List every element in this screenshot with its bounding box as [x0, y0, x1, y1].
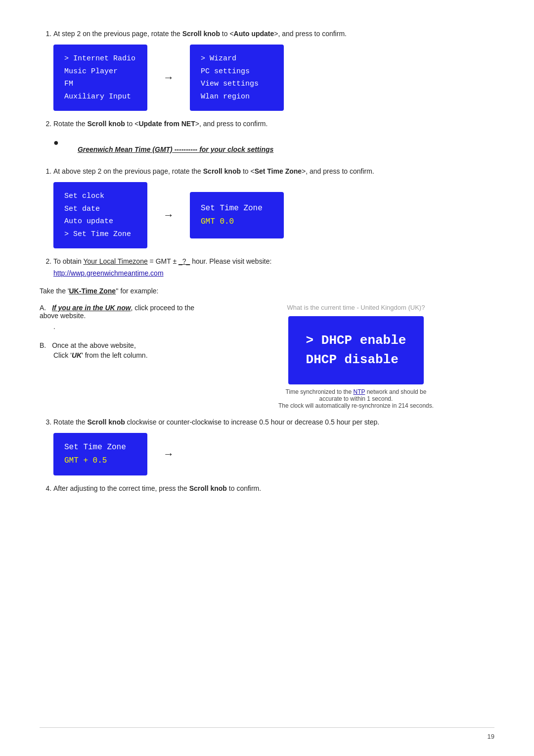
step1b-bold2: Set Time Zone	[255, 167, 302, 175]
step2b-underline1: Your Local Timezone	[83, 257, 147, 265]
step4-text: After adjusting to the correct time, pre…	[53, 484, 261, 492]
step1b-text: At above step 2 on the previous page, ro…	[53, 167, 374, 175]
take-example-text2: ' for example:	[117, 287, 159, 295]
step2-text3: >, and press to confirm.	[195, 120, 268, 128]
caption-part1: Time synchronized to the	[286, 388, 354, 395]
lcd-big-line1: > DHCP enable	[306, 331, 406, 350]
sub-a-label: A.	[40, 304, 46, 312]
lcd-left-line3: Auto update	[64, 215, 136, 228]
ntp-link: NTP	[354, 388, 365, 395]
lcd-left-line1: Set clock	[64, 190, 136, 203]
step2b-underline2: _?_	[178, 257, 190, 265]
step1b-bold1: Scroll knob	[203, 167, 241, 175]
step3-text2: clockwise or counter-clockwise to increa…	[125, 418, 379, 426]
step3-lcd: Set Time Zone GMT + 0.5	[53, 433, 147, 475]
step2-bold1: Scroll knob	[88, 120, 125, 128]
lcd-right-line1: > Wizard	[201, 52, 273, 65]
lcd-left-line1: > Internet Radio	[64, 52, 136, 65]
sub-b-text3: ' from the left column.	[82, 351, 147, 359]
right-caption: Time synchronized to the NTP network and…	[277, 388, 435, 409]
sub-b-bold: UK	[72, 351, 82, 359]
caption-part3: The clock will automatically re-synchron…	[278, 402, 434, 409]
page-content: At step 2 on the previous page, rotate t…	[40, 30, 494, 492]
gmt-section-title: Greenwich Mean Time (GMT) ---------- for…	[78, 145, 273, 153]
right-col-title: What is the current time - United Kingdo…	[287, 304, 425, 311]
step1-lcd-left: > Internet Radio Music Player FM Auxilia…	[53, 45, 147, 111]
sub-b-label: B.	[40, 341, 46, 349]
step3-lcd-row: Set Time Zone GMT + 0.5 →	[53, 433, 494, 475]
step1b-text3: >, and press to confirm.	[302, 167, 374, 175]
sub-a-bold: If you are in the UK now	[52, 304, 131, 312]
left-col: A. If you are in the UK now, click proce…	[40, 304, 198, 366]
step-3: Rotate the Scroll knob clockwise or coun…	[53, 418, 494, 475]
step3-lcd-line1: Set Time Zone	[64, 441, 136, 454]
lcd-left-line3: FM	[64, 78, 136, 91]
sub-item-a: A. If you are in the UK now, click proce…	[40, 304, 198, 331]
step2b-link-row: http://wwp.greenwichmeantime.com	[53, 269, 494, 277]
arrow3-icon: →	[163, 448, 174, 461]
right-lcd: > DHCP enable DHCP disable	[288, 316, 424, 384]
sub-b-text2: Click '	[53, 351, 72, 359]
step1b-text2: to <	[241, 167, 255, 175]
arrow-icon: →	[163, 71, 174, 84]
step1b-lcd-right: Set Time Zone GMT 0.0	[190, 192, 284, 238]
lcd-right-line4: Wlan region	[201, 91, 273, 103]
lcd-left-line2: Set date	[64, 203, 136, 216]
lcd-right-line3: View settings	[201, 78, 273, 91]
step1b-lcd-row: Set clock Set date Auto update > Set Tim…	[53, 182, 494, 248]
page-number: 19	[488, 733, 494, 740]
lcd-right-line2: GMT 0.0	[201, 215, 273, 229]
right-col: What is the current time - United Kingdo…	[218, 304, 494, 409]
step-1b: At above step 2 on the previous page, ro…	[53, 167, 494, 248]
step4-bold1: Scroll knob	[189, 484, 227, 492]
step1-text2: to <	[220, 30, 234, 38]
step2b-text2: = GMT ±	[148, 257, 178, 265]
step1-lcd-row: > Internet Radio Music Player FM Auxilia…	[53, 45, 494, 111]
step3-bold1: Scroll knob	[88, 418, 125, 426]
lcd-right-line2: PC settings	[201, 65, 273, 78]
sub-b-text1: Once at the above website,	[52, 341, 136, 349]
lcd-left-line2: Music Player	[64, 65, 136, 78]
sub-b-text2-row: Click 'UK' from the left column.	[53, 351, 198, 359]
gmt-link[interactable]: http://wwp.greenwichmeantime.com	[53, 269, 164, 277]
step1-text3: >, and press to confirm.	[274, 30, 347, 38]
step1b-lcd-left: Set clock Set date Auto update > Set Tim…	[53, 182, 147, 248]
two-col-section: A. If you are in the UK now, click proce…	[40, 304, 494, 409]
step3-lcd-line2: GMT + 0.5	[64, 454, 136, 468]
lcd-right-line1: Set Time Zone	[201, 202, 273, 215]
page-footer: 19	[40, 727, 494, 740]
step1-bold1: Scroll knob	[182, 30, 220, 38]
step-4: After adjusting to the correct time, pre…	[53, 484, 494, 492]
uk-timezone-label: UK-Time Zone	[69, 287, 116, 295]
lcd-big-line2: DHCP disable	[306, 350, 406, 370]
step2-bold2: Update from NET	[138, 120, 195, 128]
take-example-row: Take the 'UK-Time Zone'' for example:	[40, 287, 494, 295]
lcd-left-line4: > Set Time Zone	[64, 228, 136, 241]
arrow2-icon: →	[163, 209, 174, 222]
step2b-text3: hour. Please visit website:	[190, 257, 271, 265]
step-2b: To obtain Your Local Timezone = GMT ± _?…	[53, 257, 494, 277]
step2-text: Rotate the Scroll knob to <Update from N…	[53, 120, 267, 128]
gmt-bullet: ● Greenwich Mean Time (GMT) ---------- f…	[53, 137, 494, 158]
sub-a-dot: .	[53, 323, 198, 331]
step1-bold2: Auto update	[234, 30, 274, 38]
sub-item-b: B. Once at the above website, Click 'UK'…	[40, 341, 198, 359]
step1-lcd-right: > Wizard PC settings View settings Wlan …	[190, 45, 284, 111]
step3-text: Rotate the Scroll knob clockwise or coun…	[53, 418, 379, 426]
bullet-dot-icon: ●	[53, 138, 59, 148]
step-1: At step 2 on the previous page, rotate t…	[53, 30, 494, 111]
step2b-text: To obtain Your Local Timezone = GMT ± _?…	[53, 257, 271, 265]
step2-text2: to <	[125, 120, 139, 128]
step-2: Rotate the Scroll knob to <Update from N…	[53, 120, 494, 128]
step1-text: At step 2 on the previous page, rotate t…	[53, 30, 347, 38]
step4-text2: to confirm.	[227, 484, 261, 492]
lcd-left-line4: Auxiliary Input	[64, 91, 136, 103]
